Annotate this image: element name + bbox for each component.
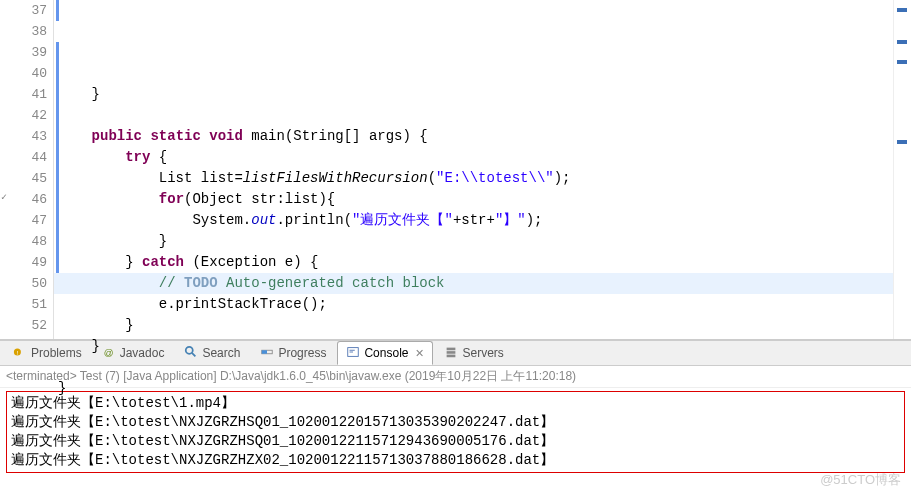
code-line[interactable]: }	[54, 231, 893, 252]
line-number-gutter: 37383940414243444546474849505152	[12, 0, 54, 339]
code-area[interactable]: } public static void main(String[] args)…	[54, 0, 893, 339]
code-editor[interactable]: 37383940414243444546474849505152 } publi…	[0, 0, 911, 340]
code-line[interactable]	[54, 105, 893, 126]
line-number: 46	[12, 189, 47, 210]
marker-slot	[0, 126, 12, 147]
code-line[interactable]: // TODO Auto-generated catch block	[54, 273, 893, 294]
marker-slot	[0, 147, 12, 168]
line-number: 39	[12, 42, 47, 63]
line-number: 41	[12, 84, 47, 105]
code-line[interactable]: public static void main(String[] args) {	[54, 126, 893, 147]
marker-slot	[0, 252, 12, 273]
code-line[interactable]: for(Object str:list){	[54, 189, 893, 210]
problems-icon: !	[13, 345, 27, 362]
line-number: 38	[12, 21, 47, 42]
code-line[interactable]	[54, 399, 893, 420]
code-line[interactable]: e.printStackTrace();	[54, 294, 893, 315]
marker-slot	[0, 273, 12, 294]
line-number: 47	[12, 210, 47, 231]
marker-slot	[0, 294, 12, 315]
marker-slot	[0, 84, 12, 105]
line-number: 49	[12, 252, 47, 273]
svg-text:!: !	[17, 348, 19, 355]
marker-slot	[0, 168, 12, 189]
code-line[interactable]: try {	[54, 147, 893, 168]
overview-ruler[interactable]	[893, 0, 911, 339]
code-line[interactable]	[54, 357, 893, 378]
line-number: 43	[12, 126, 47, 147]
line-number: 44	[12, 147, 47, 168]
line-number: 52	[12, 315, 47, 336]
code-line[interactable]: }	[54, 336, 893, 357]
marker-slot	[0, 210, 12, 231]
code-line[interactable]: List list=listFilesWithRecursion("E:\\to…	[54, 168, 893, 189]
line-number: 42	[12, 105, 47, 126]
marker-slot	[0, 21, 12, 42]
line-number: 45	[12, 168, 47, 189]
line-number: 51	[12, 294, 47, 315]
watermark: @51CTO博客	[820, 471, 901, 489]
marker-slot	[0, 0, 12, 21]
code-line[interactable]: System.out.println("遍历文件夹【"+str+"】");	[54, 210, 893, 231]
task-marker-icon	[0, 189, 12, 210]
marker-slot	[0, 105, 12, 126]
code-line[interactable]: } catch (Exception e) {	[54, 252, 893, 273]
marker-slot	[0, 42, 12, 63]
code-line[interactable]: }	[54, 315, 893, 336]
code-line[interactable]: }	[54, 84, 893, 105]
console-line: 遍历文件夹【E:\totest\NXJZGRZHZX02_10200122115…	[11, 451, 900, 470]
marker-gutter	[0, 0, 12, 339]
line-number: 48	[12, 231, 47, 252]
code-line[interactable]: }	[54, 378, 893, 399]
marker-slot	[0, 63, 12, 84]
line-number: 50	[12, 273, 47, 294]
console-line: 遍历文件夹【E:\totest\NXJZGRZHSQ01_10200122115…	[11, 432, 900, 451]
fold-indicator	[56, 42, 59, 273]
marker-slot	[0, 315, 12, 336]
fold-indicator	[56, 0, 59, 21]
line-number: 37	[12, 0, 47, 21]
line-number: 40	[12, 63, 47, 84]
marker-slot	[0, 231, 12, 252]
